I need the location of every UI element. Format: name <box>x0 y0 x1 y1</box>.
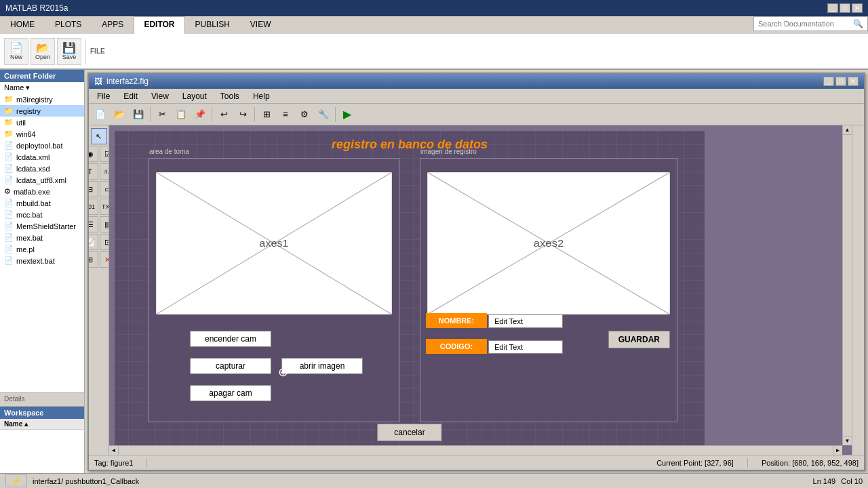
file-icon: 📄 <box>4 176 14 184</box>
folder-icon: 📁 <box>4 106 14 115</box>
fig-menu-layout[interactable]: Layout <box>177 90 212 102</box>
workspace-content: Name ▴ <box>0 419 84 473</box>
tb-obj-browser[interactable]: 🔧 <box>315 106 332 123</box>
list-item[interactable]: 📁util <box>0 117 84 128</box>
tool-table[interactable]: ⊞ <box>89 251 98 268</box>
list-item[interactable]: 📄MemShieldStarter <box>0 220 84 232</box>
minimize-button[interactable]: _ <box>827 3 838 13</box>
list-item[interactable]: ⚙matlab.exe <box>0 186 84 197</box>
tb-open-fig[interactable]: 📂 <box>111 106 128 123</box>
tab-publish[interactable]: PUBLISH <box>185 16 240 34</box>
tb-paste[interactable]: 📌 <box>191 106 209 123</box>
tool-frame[interactable]: ▭ <box>100 181 110 197</box>
figure-title-bar: 🖼 interfaz2.fig _ □ ✕ <box>89 74 864 89</box>
right-canvas-panel: imagen de registro axes2 <box>420 158 677 422</box>
tool-arrow[interactable]: ↖ <box>91 128 107 144</box>
tb-new-fig[interactable]: 📄 <box>92 106 109 123</box>
tb-copy[interactable]: 📋 <box>172 106 190 123</box>
capturar-button[interactable]: capturar <box>190 358 271 374</box>
tool-toggle[interactable]: T <box>89 163 98 180</box>
ribbon-tabs: HOME PLOTS APPS EDITOR PUBLISH VIEW 🔍 <box>0 16 868 34</box>
tb-run[interactable]: ▶ <box>338 106 356 123</box>
tb-tab-order[interactable]: ≡ <box>277 106 294 123</box>
fig-minimize-button[interactable]: _ <box>823 77 834 86</box>
scroll-up-btn[interactable]: ▲ <box>843 125 852 135</box>
list-item[interactable]: 📁win64 <box>0 128 84 140</box>
scroll-right-btn[interactable]: ► <box>833 446 842 455</box>
horizontal-scrollbar[interactable]: ◄ ► <box>109 445 842 455</box>
folder-icon: 📁 <box>4 118 14 127</box>
cancelar-button[interactable]: cancelar <box>377 424 441 441</box>
list-item[interactable]: 📄deploytool.bat <box>0 140 84 151</box>
matlab-window: MATLAB R2015a _ □ ✕ HOME PLOTS APPS EDIT… <box>0 0 868 488</box>
tb-undo[interactable]: ↩ <box>215 106 233 123</box>
vertical-scrollbar[interactable]: ▲ ▼ <box>842 125 852 445</box>
file-icon: 📄 <box>4 164 14 173</box>
tool-static-text[interactable]: TXT <box>100 199 110 215</box>
file-icon: 📄 <box>4 245 14 253</box>
apagar-cam-button[interactable]: apagar cam <box>190 385 271 401</box>
scroll-down-btn[interactable]: ▼ <box>843 436 852 445</box>
abrir-imagen-button[interactable]: abrir imagen <box>281 358 363 374</box>
fig-menu-edit[interactable]: Edit <box>118 90 143 102</box>
guardar-button[interactable]: GUARDAR <box>608 331 670 348</box>
scroll-left-btn[interactable]: ◄ <box>109 446 119 455</box>
tool-edit[interactable]: 101 <box>89 199 98 215</box>
edit-text-codigo[interactable]: Edit Text <box>488 340 563 354</box>
tab-editor[interactable]: EDITOR <box>134 16 184 34</box>
tb-redo[interactable]: ↪ <box>234 106 252 123</box>
tb-align[interactable]: ⊞ <box>258 106 275 123</box>
open-button[interactable]: 📂 Open <box>31 38 55 65</box>
tool-panel[interactable]: ⊡ <box>100 234 110 250</box>
list-item[interactable]: 📄mex.bat <box>0 232 84 243</box>
tab-apps[interactable]: APPS <box>92 16 134 34</box>
fig-menu-help[interactable]: Help <box>248 90 275 102</box>
tb-cut[interactable]: ✂ <box>153 106 171 123</box>
fig-menu-tools[interactable]: Tools <box>215 90 245 102</box>
edit-text-nombre[interactable]: Edit Text <box>488 314 563 328</box>
fig-menu-file[interactable]: File <box>92 90 115 102</box>
tool-checkbox[interactable]: ☑ <box>100 146 110 162</box>
open-icon: 📂 <box>36 43 50 54</box>
close-button[interactable]: ✕ <box>852 3 863 13</box>
tool-delete[interactable]: ✕ <box>100 251 110 268</box>
fig-maximize-button[interactable]: □ <box>835 77 846 86</box>
list-item[interactable]: 📁registry <box>0 105 84 117</box>
tb-save-fig[interactable]: 💾 <box>130 106 147 123</box>
tool-popup[interactable]: ▤ <box>100 216 110 232</box>
fig-menu-view[interactable]: View <box>146 90 174 102</box>
list-item[interactable]: 📄me.pl <box>0 243 84 255</box>
tool-axes[interactable]: 📈 <box>89 234 98 250</box>
toolbox-pair-2: T 𝐴𝐵 <box>89 163 109 180</box>
list-item[interactable]: 📄mcc.bat <box>0 209 84 220</box>
tb-props[interactable]: ⚙ <box>296 106 313 123</box>
tool-slider[interactable]: ⊟ <box>89 181 98 197</box>
save-button[interactable]: 💾 Save <box>57 38 81 65</box>
fig-close-button[interactable]: ✕ <box>848 77 859 86</box>
search-input[interactable] <box>758 20 853 28</box>
list-item[interactable]: 📄mextext.bat <box>0 255 84 266</box>
list-item[interactable]: 📄lcdata_utf8.xml <box>0 174 84 186</box>
tool-text[interactable]: 𝐴𝐵 <box>100 163 110 180</box>
encender-cam-button[interactable]: encender cam <box>190 331 271 347</box>
tool-radio[interactable]: ◉ <box>89 146 98 162</box>
toolbox-pair-5: ☰ ▤ <box>89 216 109 232</box>
toolbox-pair-3: ⊟ ▭ <box>89 181 109 197</box>
maximize-button[interactable]: □ <box>840 3 850 13</box>
current-folder-header: Current Folder <box>0 70 84 82</box>
tool-listbox[interactable]: ☰ <box>89 216 98 232</box>
list-item[interactable]: 📁m3iregistry <box>0 94 84 105</box>
list-item[interactable]: 📄lcdata.xsd <box>0 163 84 174</box>
list-item[interactable]: 📄lcdata.xml <box>0 151 84 163</box>
figure-title-controls: _ □ ✕ <box>823 77 859 86</box>
new-button[interactable]: 📄 New <box>4 38 28 65</box>
figure-toolbar: 📄 📂 💾 ✂ 📋 📌 ↩ ↪ ⊞ ≡ ⚙ 🔧 ▶ <box>89 104 864 125</box>
scroll-h-track <box>119 446 833 455</box>
workspace-col-header: Name ▴ <box>0 419 84 430</box>
left-panel: Current Folder Name ▾ 📁m3iregistry 📁regi… <box>0 70 85 473</box>
tab-plots[interactable]: PLOTS <box>45 16 92 34</box>
tab-view[interactable]: VIEW <box>240 16 281 34</box>
tab-home[interactable]: HOME <box>0 16 45 34</box>
search-box[interactable]: 🔍 <box>753 16 868 31</box>
list-item[interactable]: 📄mbuild.bat <box>0 197 84 209</box>
